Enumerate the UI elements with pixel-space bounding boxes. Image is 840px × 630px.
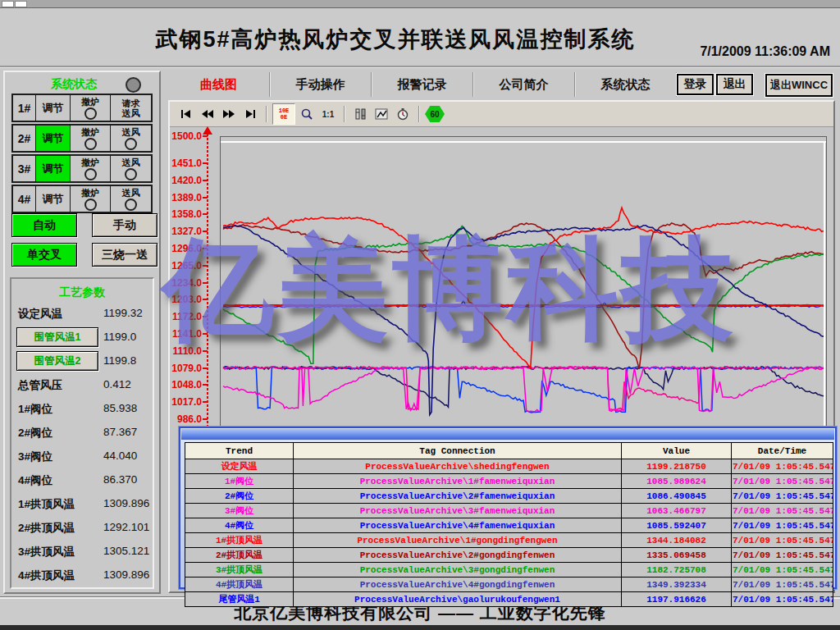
panel-titlebar[interactable] [181, 429, 834, 440]
curve-measure-button[interactable] [372, 105, 391, 123]
zoom-button[interactable] [297, 105, 317, 123]
exit-wincc-button[interactable]: 退出WINCC [765, 74, 833, 97]
one-to-one-button[interactable]: 1:1 [318, 105, 338, 123]
regulate-button[interactable]: 调节 [36, 95, 71, 121]
navbar: 曲线图手动操作报警记录公司简介系统状态 登录 退出 退出WINCC [168, 72, 837, 97]
mode-button-3[interactable]: 单交叉 [11, 243, 77, 267]
mode-button-4[interactable]: 三烧一送 [92, 243, 158, 267]
param-label: 4#阀位 [18, 473, 52, 488]
trend-table-row: 3#阀位ProcessValueArchive\3#famenweiquxian… [185, 504, 833, 518]
sci-bottom-label: 0E [281, 114, 287, 121]
withdraw-stove-button[interactable]: 撤炉 [71, 186, 111, 212]
blast-button[interactable]: 送风 [111, 156, 151, 181]
ruler-button[interactable] [350, 105, 370, 123]
datetime-cell: 7/01/09 1:05:45.547 A [732, 474, 833, 489]
trend-cell: 3#阀位 [185, 504, 294, 518]
stopwatch-button[interactable] [393, 105, 413, 123]
blast-lamp-icon [125, 168, 137, 180]
value-cell: 1086.490845 [622, 489, 732, 504]
cycle-60-badge[interactable]: 60 [425, 106, 445, 122]
ruler-icon [354, 107, 367, 121]
value-cell: 1085.989624 [622, 474, 732, 489]
param-value: 44.040 [103, 450, 137, 462]
param-row: 2#阀位87.367 [11, 421, 153, 445]
withdraw-stove-button[interactable]: 撤炉 [71, 126, 111, 151]
trend-cell: 2#拱顶风温 [185, 548, 294, 563]
param-value: 1305.121 [103, 545, 149, 557]
value-cell: 1199.218750 [622, 459, 732, 474]
blast-button[interactable]: 送风 [111, 186, 151, 212]
datetime-cell: 7/01/09 1:05:45.547 A [732, 489, 833, 504]
param-value: 1199.8 [103, 354, 136, 367]
param-row: 3#阀位44.040 [11, 445, 153, 468]
tab-系统状态[interactable]: 系统状态 [575, 72, 677, 97]
stove-row-4#: 4#调节撤炉送风 [11, 185, 153, 213]
withdraw-stove-button[interactable]: 撤炉 [71, 156, 111, 181]
stove-number: 3# [13, 156, 36, 181]
withdraw-lamp-icon [84, 168, 97, 180]
datetime-cell: 7/01/09 1:05:45.547 A [732, 533, 833, 548]
sci-notation-toggle[interactable]: 10E 0E [272, 103, 295, 125]
window-chip-icon[interactable] [2, 1, 14, 7]
param-button[interactable]: 围管风温1 [16, 327, 98, 347]
param-label: 1#阀位 [18, 402, 52, 417]
toolbar-separator [266, 106, 267, 122]
datetime-cell: 7/01/09 1:05:45.547 A [732, 578, 833, 592]
blast-button[interactable]: 请求送风 [111, 95, 151, 121]
y-axis-arrow-icon [203, 126, 212, 135]
value-cell: 1197.916626 [622, 592, 732, 607]
first-record-button[interactable] [176, 105, 196, 123]
login-button[interactable]: 登录 [677, 74, 714, 95]
y-tick-label: 1265.0 [166, 260, 202, 272]
y-tick-label: 1451.0 [166, 158, 202, 169]
trend-table-row: 3#拱顶风温ProcessValueArchive\3#gongdingfenw… [185, 563, 833, 578]
regulate-button[interactable]: 调节 [36, 186, 71, 212]
tag-cell: ProcessValueArchive\1#famenweiquxian [294, 474, 622, 489]
regulate-button[interactable]: 调节 [36, 126, 71, 151]
mode-button-2[interactable]: 手动 [92, 213, 158, 237]
last-record-button[interactable] [240, 105, 260, 123]
trend-col-header: Tag Connection [294, 443, 622, 459]
mode-button-1[interactable]: 自动 [11, 213, 77, 237]
stopwatch-icon [396, 107, 409, 121]
y-axis-line [207, 134, 208, 438]
forward-button[interactable] [219, 105, 239, 123]
param-button[interactable]: 围管风温2 [16, 351, 98, 371]
withdraw-stove-button[interactable]: 撤炉 [71, 95, 111, 121]
stove-row-2#: 2#调节撤炉送风 [11, 124, 153, 153]
param-label: 1#拱顶风温 [18, 497, 75, 512]
param-row: 4#拱顶风温1309.896 [11, 564, 153, 587]
tab-手动操作[interactable]: 手动操作 [270, 72, 372, 97]
rewind-button[interactable] [198, 105, 217, 123]
param-value: 1309.896 [103, 568, 149, 581]
param-label: 2#阀位 [18, 426, 52, 441]
trend-toolbar: 10E 0E 1:1 60 [170, 102, 833, 127]
y-tick-label: 1234.0 [166, 277, 202, 289]
params-title: 工艺参数 [11, 285, 153, 300]
trend-cell: 2#阀位 [185, 489, 294, 504]
window-chip-icon[interactable] [15, 1, 27, 7]
trend-cell: 设定风温 [185, 459, 294, 474]
tab-报警记录[interactable]: 报警记录 [372, 72, 473, 97]
trend-series-1#阀位 [223, 367, 824, 412]
status-header: 系统状态 [5, 77, 159, 92]
param-value: 86.370 [103, 473, 137, 486]
trend-table-row: 2#拱顶风温ProcessValueArchive\2#gongdingfenw… [185, 548, 833, 563]
param-label: 设定风温 [18, 307, 62, 322]
trend-cell: 4#拱顶风温 [185, 578, 294, 592]
trend-table-row: 4#阀位ProcessValueArchive\4#famenweiquxian… [185, 518, 833, 533]
tab-公司简介[interactable]: 公司简介 [473, 72, 575, 97]
bottom-edge [0, 625, 840, 630]
trend-table-row: 2#阀位ProcessValueArchive\2#famenweiquxian… [185, 489, 833, 504]
zoom-icon [300, 107, 313, 121]
logout-button[interactable]: 退出 [716, 74, 753, 95]
value-cell: 1182.725708 [622, 563, 732, 578]
blast-button[interactable]: 送风 [111, 126, 151, 151]
trend-table-wrap: TrendTag ConnectionValueDate/Time 设定风温Pr… [185, 442, 831, 584]
trend-series-尾管风温1 [223, 301, 824, 308]
regulate-button[interactable]: 调节 [36, 156, 71, 181]
header: 武钢5#高炉热风炉交叉并联送风风温控制系统 7/1/2009 11:36:09 … [0, 8, 840, 64]
y-tick-label: 1110.0 [166, 345, 202, 357]
tab-曲线图[interactable]: 曲线图 [168, 72, 270, 97]
y-tick-label: 1079.0 [166, 363, 202, 374]
